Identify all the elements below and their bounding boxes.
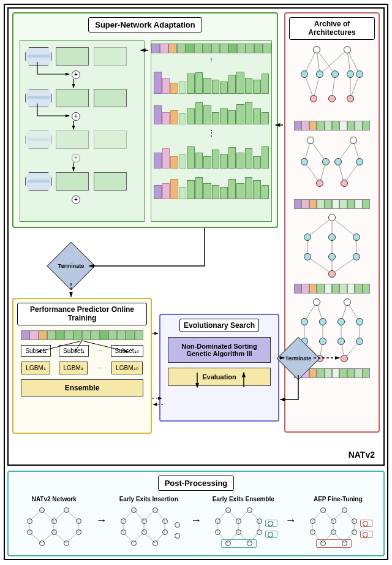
archive-encoding-2 — [294, 199, 370, 209]
supernet-bars-panel: ↑ ⋮ — [151, 40, 272, 222]
bar-chart-2 — [154, 97, 269, 124]
archive-net-3 — [292, 213, 372, 280]
lgbm-1: LGBM₁ — [21, 362, 50, 374]
predictor-encoding — [21, 330, 143, 340]
terminate-decision-2: Terminate — [283, 343, 314, 374]
net-block-4: + — [23, 170, 141, 208]
post-step-4: AEP Fine-Tuning — [296, 496, 380, 552]
arrow-right-icon: → — [285, 514, 296, 527]
ellipsis-icon: ⋯ — [97, 365, 103, 371]
encoding-bar — [151, 44, 271, 53]
supernet-title: Super-Network Adaptation — [88, 17, 202, 32]
ellipsis-icon: ↑ — [151, 56, 271, 63]
archive-encoding-3 — [294, 284, 370, 294]
post-title: Post-Processing — [158, 476, 235, 491]
predictor-section: Performance Predictor Online Training Su… — [12, 298, 152, 434]
postprocessing-section: Post-Processing NATv2 Network → — [7, 471, 385, 556]
ellipsis-icon: ⋯ — [97, 347, 103, 354]
evo-title: Evolutionary Search — [179, 319, 259, 332]
predictor-title: Performance Predictor Online Training — [17, 303, 147, 325]
lgbm-10: LGBM₁₀ — [111, 362, 142, 374]
arrow-right-icon: → — [96, 514, 107, 527]
archive-net-2 — [292, 134, 372, 195]
natv2-main-panel: Super-Network Adaptation + + — [7, 7, 385, 466]
subset-10: Subset₁₀ — [111, 345, 143, 357]
arrow-right-icon: → — [190, 514, 202, 527]
supernet-graph-panel: + + + + — [20, 40, 145, 222]
add-op-icon: + — [72, 154, 80, 162]
svg-line-22 — [307, 218, 332, 237]
bar-chart-4 — [154, 172, 269, 199]
archive-net-1 — [292, 44, 372, 117]
add-op-icon: + — [72, 70, 80, 79]
archive-encoding-1 — [294, 121, 370, 131]
subset-1: Subset₁ — [21, 345, 51, 357]
net-block-1: + — [23, 45, 141, 83]
supernet-section: Super-Network Adaptation + + — [12, 12, 278, 228]
post-step-1: NATv2 Network — [12, 496, 96, 552]
vertical-ellipsis-icon: ⋮ — [151, 128, 271, 138]
svg-line-28 — [307, 257, 332, 274]
lgbm-2: LGBM₂ — [59, 362, 87, 374]
archive-title: Archive of Architectures — [289, 17, 375, 40]
post-step-3: Early Exits Ensemble — [202, 496, 285, 552]
bar-chart-3 — [154, 142, 269, 169]
ensemble-box: Ensemble — [21, 379, 143, 396]
subset-2: Subset₂ — [59, 345, 89, 357]
add-op-icon: + — [72, 112, 80, 121]
natv2-label: NATv2 — [349, 450, 375, 460]
terminate-decision-1: Terminate — [54, 249, 88, 283]
net-block-3: + — [23, 128, 141, 166]
bar-chart-1 — [154, 67, 269, 94]
svg-line-3 — [304, 50, 317, 74]
eval-box: Evaluation — [168, 368, 271, 386]
svg-line-30 — [332, 257, 356, 274]
nsga-box: Non-Dominated Sorting Genetic Algorithm … — [168, 337, 271, 363]
svg-line-24 — [332, 218, 356, 237]
subset-row: Subset₁ Subset₂ ⋯ Subset₁₀ — [17, 345, 147, 357]
lgbm-row: LGBM₁ LGBM₂ ⋯ LGBM₁₀ — [17, 362, 147, 374]
evo-section: Evolutionary Search Non-Dominated Sortin… — [159, 314, 279, 422]
net-block-2: + — [23, 86, 141, 124]
add-op-icon: + — [72, 195, 80, 204]
post-step-2: Early Exits Insertion — [107, 496, 191, 552]
